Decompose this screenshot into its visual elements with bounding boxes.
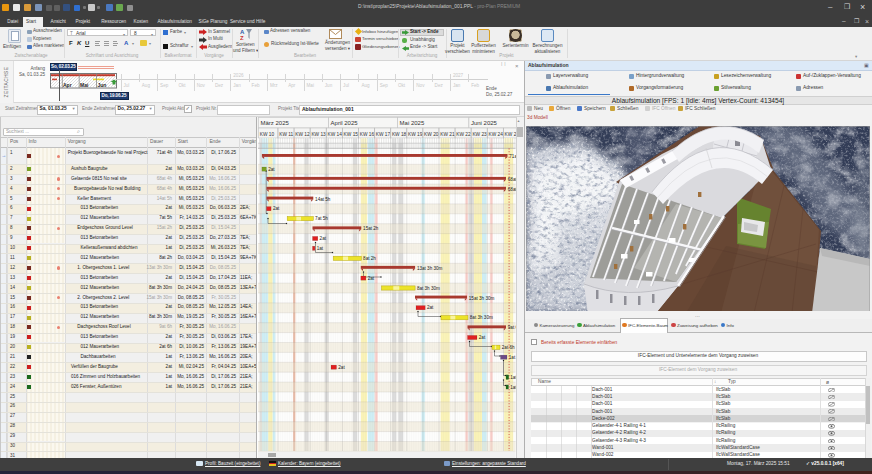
- svg-text:KW 12: KW 12: [295, 132, 310, 137]
- svg-text:KW 21: KW 21: [440, 132, 455, 137]
- svg-text:KW 24: KW 24: [488, 132, 503, 137]
- svg-text:KW 20: KW 20: [424, 132, 439, 137]
- svg-text:2at: 2at: [427, 305, 434, 310]
- svg-text:9at 6h: 9at 6h: [507, 325, 516, 330]
- svg-text:15at 2h: 15at 2h: [363, 226, 379, 231]
- svg-text:KW 14: KW 14: [327, 132, 342, 137]
- svg-text:1at: 1at: [508, 355, 515, 360]
- svg-text:2at 6h: 2at 6h: [501, 345, 514, 350]
- svg-text:2at: 2at: [338, 365, 345, 370]
- svg-text:KW 23: KW 23: [472, 132, 487, 137]
- svg-text:8at 3h 30m: 8at 3h 30m: [416, 286, 439, 291]
- svg-text:2at: 2at: [478, 335, 485, 340]
- svg-text:KW 17: KW 17: [375, 132, 390, 137]
- svg-text:68at 4h: 68at 4h: [507, 177, 516, 182]
- svg-text:KW 16: KW 16: [359, 132, 374, 137]
- svg-text:KW 11: KW 11: [279, 132, 293, 137]
- svg-text:2at: 2at: [367, 276, 374, 281]
- svg-text:8at 2h: 8at 2h: [363, 256, 376, 261]
- svg-text:KW 25: KW 25: [504, 132, 516, 137]
- svg-text:KW 19: KW 19: [408, 132, 423, 137]
- svg-text:68at 4h: 68at 4h: [507, 187, 516, 192]
- svg-text:2at: 2at: [272, 206, 279, 211]
- svg-text:KW 18: KW 18: [391, 132, 406, 137]
- svg-text:7at 5h: 7at 5h: [315, 216, 328, 221]
- svg-text:13at 3h 30m: 13at 3h 30m: [416, 266, 442, 271]
- svg-text:14at 5h: 14at 5h: [315, 197, 331, 202]
- svg-text:KW 15: KW 15: [343, 132, 358, 137]
- svg-text:2at: 2at: [319, 236, 326, 241]
- svg-text:15at 3h 30m: 15at 3h 30m: [468, 296, 494, 301]
- svg-text:8at 3h 30m: 8at 3h 30m: [469, 315, 492, 320]
- svg-text:Z: Z: [240, 35, 244, 41]
- svg-text:2at: 2at: [268, 167, 275, 172]
- svg-text:1at: 1at: [316, 246, 323, 251]
- svg-text:71at 4h: 71at 4h: [509, 154, 516, 159]
- svg-text:Juni 2025: Juni 2025: [470, 120, 497, 126]
- svg-text:März 2025: März 2025: [260, 120, 289, 126]
- svg-text:KW 22: KW 22: [456, 132, 471, 137]
- svg-text:KW 13: KW 13: [311, 132, 326, 137]
- svg-text:April 2025: April 2025: [330, 120, 358, 126]
- svg-text:Mai 2025: Mai 2025: [399, 120, 424, 126]
- svg-text:KW 10: KW 10: [259, 132, 274, 137]
